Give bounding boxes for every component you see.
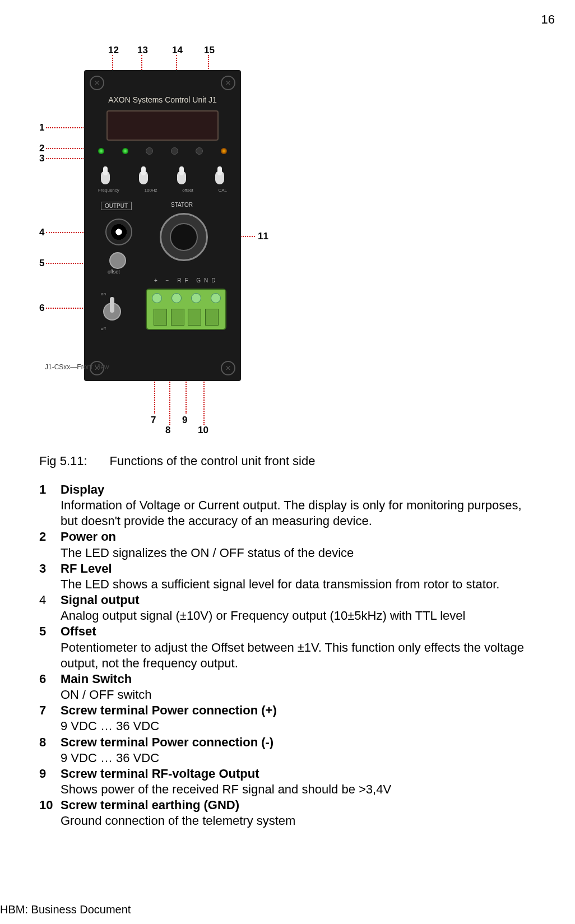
legend-title: Power on (61, 529, 541, 545)
legend-number: 9 (39, 766, 61, 797)
callout-1: 1 (39, 122, 44, 133)
led-power (98, 148, 104, 154)
stator-connector[interactable] (160, 213, 208, 261)
figure-caption: Fig 5.11: Functions of the control unit … (39, 454, 315, 468)
toggle-cal[interactable] (215, 171, 224, 184)
callout-5: 5 (39, 258, 44, 269)
callout-10: 10 (198, 425, 208, 436)
legend-number: 8 (39, 735, 61, 766)
bnc-output[interactable] (105, 219, 132, 245)
legend-number: 2 (39, 529, 61, 560)
figure: 12 13 14 15 1 2 3 4 5 6 11 7 8 9 10 (39, 45, 297, 437)
led-mode (196, 147, 203, 155)
led-filter (171, 147, 178, 155)
switch-on-label: on (101, 291, 123, 297)
legend-title: Screw terminal RF-voltage Output (61, 766, 541, 782)
legend-desc: Potentiometer to adjust the Offset betwe… (61, 640, 541, 671)
legend-title: Display (61, 482, 541, 498)
callout-4: 4 (39, 227, 44, 238)
led-rf (122, 148, 128, 154)
panel-screw-icon (221, 361, 235, 375)
main-switch[interactable]: on off (101, 291, 123, 325)
callout-7: 7 (151, 415, 156, 426)
front-view-label: J1-CSxx—Front View (45, 363, 109, 371)
callout-11: 11 (258, 231, 268, 242)
led-row (98, 146, 227, 156)
legend-desc: Ground connection of the telemetry syste… (61, 813, 541, 829)
legend-number: 4 (39, 592, 61, 624)
legend-title: RF Level (61, 561, 541, 577)
legend-desc: The LED signalizes the ON / OFF status o… (61, 545, 541, 561)
callout-13: 13 (137, 45, 148, 56)
legend-title: Screw terminal Power connection (-) (61, 735, 541, 750)
screw-terminal-block[interactable] (146, 289, 226, 330)
callout-6: 6 (39, 303, 44, 314)
offset-pot-label: offset (108, 269, 120, 275)
terminal-header: + − RF GND (154, 277, 219, 284)
callout-15: 15 (204, 45, 215, 56)
section-output-label: OUTPUT (101, 202, 132, 210)
legend-number: 5 (39, 624, 61, 671)
legend-list: 1DisplayInformation of Voltage or Curren… (39, 482, 541, 829)
caption-label: Fig 5.11: (39, 454, 87, 468)
legend-title: Screw terminal earthing (GND) (61, 797, 541, 813)
panel-screw-icon (221, 76, 235, 90)
legend-title: Signal output (61, 592, 541, 608)
display (106, 110, 219, 141)
legend-title: Offset (61, 624, 541, 639)
label-frequency: Frequency (98, 188, 119, 193)
legend-desc: Analog output signal (±10V) or Frequency… (61, 608, 541, 624)
legend-title: Main Switch (61, 671, 541, 687)
toggle-offset[interactable] (177, 171, 186, 184)
device-panel: AXON Systems Control Unit J1 Frequency 1… (84, 70, 241, 381)
legend-desc: 9 VDC … 36 VDC (61, 718, 541, 734)
callout-8: 8 (165, 425, 170, 436)
callout-14: 14 (172, 45, 183, 56)
label-offset: offset (182, 188, 193, 193)
section-stator-label: STATOR (171, 202, 193, 208)
legend-number: 6 (39, 671, 61, 703)
panel-screw-icon (90, 76, 104, 90)
legend-desc: Information of Voltage or Current output… (61, 498, 541, 529)
toggle-frequency[interactable] (101, 171, 110, 184)
legend-desc: ON / OFF switch (61, 687, 541, 703)
caption-text: Functions of the control unit front side (110, 454, 316, 468)
panel-title: AXON Systems Control Unit J1 (84, 95, 241, 104)
legend-number: 7 (39, 703, 61, 734)
offset-potentiometer[interactable] (109, 252, 126, 269)
callout-12: 12 (108, 45, 119, 56)
toggle-100hz[interactable] (139, 171, 148, 184)
legend-desc: 9 VDC … 36 VDC (61, 750, 541, 766)
callout-3: 3 (39, 153, 44, 164)
label-100hz: 100Hz (144, 188, 157, 193)
legend-desc: Shows power of the received RF signal an… (61, 782, 541, 797)
led-cal (221, 148, 227, 154)
label-cal: CAL (218, 188, 227, 193)
legend-number: 10 (39, 797, 61, 829)
legend-number: 1 (39, 482, 61, 529)
switch-off-label: off (101, 326, 123, 332)
callout-2: 2 (39, 143, 44, 154)
legend-number: 3 (39, 561, 61, 592)
led-signal (146, 147, 153, 155)
toggle-labels: Frequency 100Hz offset CAL (98, 188, 227, 193)
page-number: 16 (541, 12, 555, 27)
legend-title: Screw terminal Power connection (+) (61, 703, 541, 718)
legend-desc: The LED shows a sufficient signal level … (61, 577, 541, 592)
footer: HBM: Business Document (0, 903, 131, 916)
toggle-row (101, 171, 224, 184)
callout-9: 9 (182, 415, 187, 426)
